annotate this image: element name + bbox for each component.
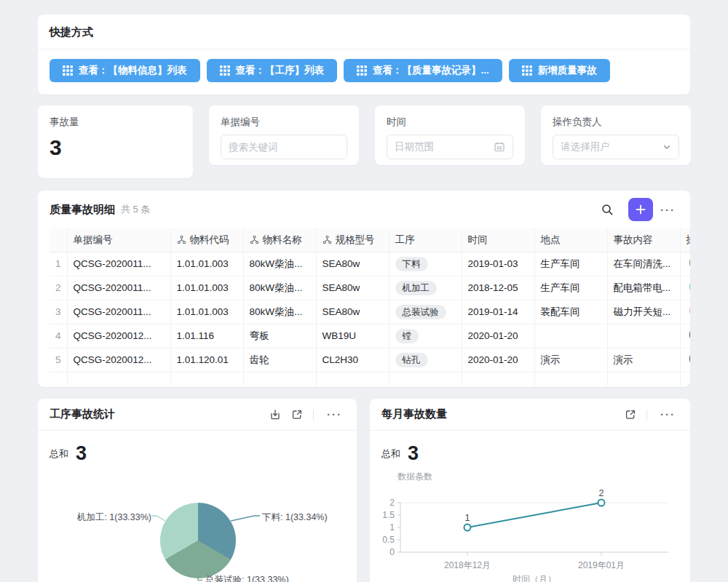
avatar	[689, 278, 691, 295]
date-range-placeholder: 日期范围	[395, 140, 494, 154]
cell-code: 1.01.01.003	[170, 300, 243, 324]
cell-process: 钻孔	[389, 348, 462, 372]
cell-date: 2019-01-03	[462, 252, 534, 276]
cell-desc: 磁力开关短...	[607, 300, 680, 324]
svg-text:2019年01月: 2019年01月	[578, 560, 625, 570]
cell-desc	[607, 324, 680, 348]
avatar	[689, 350, 691, 367]
search-button[interactable]	[601, 203, 614, 216]
pie-chart-area: 机加工: 1(33.33%) 下料: 1(33.34%) 总装试验: 1(33.…	[38, 471, 357, 582]
incident-count-value: 3	[50, 135, 181, 161]
cell-doc: QCSG-2020012...	[67, 348, 170, 372]
cell-process: 机加工	[389, 276, 462, 300]
col-incident-content: 事故内容	[607, 228, 680, 252]
filter-row: 事故量 3 单据编号 时间 日期范围 操作负责人 请选择用户	[38, 105, 690, 178]
cell-name: 80kW柴油...	[243, 276, 316, 300]
incident-count-card: 事故量 3	[38, 105, 193, 178]
calendar-icon	[494, 141, 505, 153]
doc-number-filter-card: 单据编号	[209, 105, 359, 165]
shortcut-view-incident-records-button[interactable]: 查看：【质量事故记录】...	[344, 59, 502, 82]
more-menu-button[interactable]: ···	[324, 409, 345, 420]
shortcut-label: 查看：【物料信息】列表	[79, 64, 187, 77]
table-row[interactable]: 3 QCSG-2020011... 1.01.01.003 80kW柴油... …	[50, 300, 690, 324]
charts-row: 工序事故统计 ··· 总和 3	[38, 399, 690, 582]
relation-icon	[323, 235, 332, 244]
pie-total-row: 总和 3	[38, 431, 357, 465]
cell-doc: QCSG-2020011...	[67, 276, 170, 300]
table-row[interactable]: 1 QCSG-2020011... 1.01.01.003 80kW柴油... …	[50, 252, 690, 276]
cell-place: 生产车间	[534, 276, 607, 300]
table-scroll-area[interactable]: 单据编号 物料代码 物料名称 规格型号 工序 时间 地点 事故内容 操作负责人 …	[38, 228, 690, 386]
table-row[interactable]: 5 QCSG-2020012... 1.01.120.01 齿轮 CL2H30 …	[50, 348, 690, 372]
more-menu-button[interactable]: ···	[657, 409, 678, 420]
cell-name: 80kW柴油...	[243, 300, 316, 324]
avatar	[689, 254, 691, 271]
open-fullscreen-button[interactable]	[625, 409, 636, 420]
date-range-picker[interactable]: 日期范围	[387, 135, 513, 159]
doc-number-search-input[interactable]	[229, 142, 339, 153]
export-button[interactable]	[269, 409, 281, 420]
svg-text:2: 2	[389, 498, 395, 508]
chart-title: 每月事故数量	[381, 407, 447, 421]
cell-spec: CL2H30	[316, 348, 389, 372]
col-process: 工序	[389, 228, 462, 252]
cell-name: 齿轮	[243, 348, 316, 372]
cell-operator	[680, 300, 690, 324]
cell-place: 生产车间	[534, 252, 607, 276]
shortcut-label: 查看：【质量事故记录】...	[373, 64, 489, 77]
svg-text:时间（月）: 时间（月）	[513, 574, 556, 582]
pie-label-zongzhuang: 总装试验: 1(33.33%)	[205, 574, 289, 582]
shortcuts-button-row: 查看：【物料信息】列表 查看：【工序】列表 查看：【质量事故记录】... 新增质…	[38, 49, 690, 82]
doc-number-label: 单据编号	[221, 116, 347, 129]
cell-name: 80kW柴油...	[243, 252, 316, 276]
line-total-row: 总和 3	[370, 431, 690, 465]
line-chart[interactable]: 数据条数00.511.522018年12月12019年01月2时间（月）	[381, 469, 676, 582]
grid-icon	[357, 65, 367, 76]
total-label: 总和	[381, 447, 400, 461]
shortcut-view-process-list-button[interactable]: 查看：【工序】列表	[207, 59, 338, 82]
cell-operator	[680, 348, 690, 372]
shortcut-add-incident-button[interactable]: 新增质量事故	[509, 59, 610, 82]
shortcuts-card: 快捷方式 查看：【物料信息】列表 查看：【工序】列表 查看：【质量事故记录】..…	[38, 15, 690, 95]
svg-text:1: 1	[465, 513, 470, 523]
svg-text:1: 1	[389, 522, 395, 533]
table-row[interactable]: 2 QCSG-2020011... 1.01.01.003 80kW柴油... …	[50, 276, 690, 300]
svg-text:数据条数: 数据条数	[397, 471, 432, 482]
download-icon	[269, 409, 281, 420]
divider	[646, 410, 647, 420]
dashboard-page: 快捷方式 查看：【物料信息】列表 查看：【工序】列表 查看：【质量事故记录】..…	[38, 0, 690, 582]
cell-spec: SEA80w	[316, 300, 389, 324]
open-fullscreen-button[interactable]	[291, 409, 303, 420]
add-record-button[interactable]	[628, 198, 653, 221]
more-menu-button[interactable]: ···	[657, 204, 678, 215]
table-actions: ···	[601, 198, 678, 221]
process-tag: 机加工	[395, 281, 438, 295]
relation-icon	[177, 235, 186, 244]
process-tag: 钻孔	[395, 353, 428, 367]
operator-label: 操作负责人	[553, 116, 679, 129]
cell-code: 1.01.01.003	[170, 252, 243, 276]
process-tag: 总装试验	[395, 305, 446, 319]
svg-text:2: 2	[599, 488, 604, 498]
shortcuts-title: 快捷方式	[38, 15, 690, 49]
cell-place	[534, 324, 607, 348]
cell-operator	[680, 276, 690, 300]
cell-date: 2019-01-14	[462, 300, 534, 324]
shortcut-view-material-list-button[interactable]: 查看：【物料信息】列表	[50, 59, 200, 82]
grid-icon	[522, 65, 532, 76]
avatar	[689, 326, 691, 343]
col-material-code: 物料代码	[170, 228, 243, 252]
cell-desc: 演示	[607, 348, 680, 372]
pie-leader	[231, 516, 260, 521]
monthly-count-card: 每月事故数量 ··· 总和 3 数据条数00.511.522018年12月120…	[370, 399, 690, 582]
total-value: 3	[76, 442, 87, 465]
process-tag: 镗	[395, 329, 419, 343]
operator-select[interactable]: 请选择用户	[553, 135, 679, 159]
table-header-row: 单据编号 物料代码 物料名称 规格型号 工序 时间 地点 事故内容 操作负责人	[50, 228, 690, 252]
incident-detail-card: 质量事故明细 共 5 条 ···	[38, 191, 690, 387]
pie-leader	[198, 578, 202, 581]
pie-label-jijiagong: 机加工: 1(33.33%)	[67, 511, 151, 524]
monthly-count-header: 每月事故数量 ···	[370, 399, 690, 431]
table-row[interactable]: 4 QCSG-2020012... 1.01.116 弯板 WB19U 镗 20…	[50, 324, 690, 348]
shortcut-label: 新增质量事故	[538, 64, 597, 77]
